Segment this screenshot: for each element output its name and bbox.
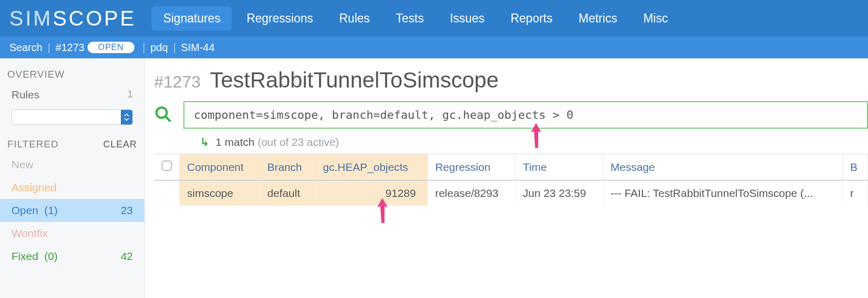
nav-menu: Signatures Regressions Rules Tests Issue… <box>152 6 679 31</box>
breadcrumb-bar: Search | #1273 OPEN | pdq | SIM-44 <box>0 36 868 58</box>
nav-reports[interactable]: Reports <box>499 6 564 31</box>
user-link[interactable]: pdq <box>151 42 168 54</box>
filter-new[interactable]: New <box>0 153 144 176</box>
separator: | <box>143 42 145 54</box>
top-nav: SIMSCOPE Signatures Regressions Rules Te… <box>0 0 868 36</box>
page-title-row: #1273 TestRabbitTunnelToSimscope <box>154 68 868 93</box>
nav-regressions[interactable]: Regressions <box>235 6 325 31</box>
status-badge[interactable]: OPEN <box>88 42 134 53</box>
cell-component: simscope <box>180 180 260 206</box>
open-count: 23 <box>121 204 133 217</box>
nav-issues[interactable]: Issues <box>438 6 495 31</box>
col-time[interactable]: Time <box>515 154 603 180</box>
sidebar: OVERVIEW Rules 1 FILTERED CLEAR New Assi… <box>0 58 145 298</box>
nav-metrics[interactable]: Metrics <box>567 6 629 31</box>
return-arrow-icon: ↳ <box>200 136 209 148</box>
query-row: component=simscope, branch=default, gc.h… <box>154 101 868 129</box>
col-heap[interactable]: gc.HEAP_objects <box>315 154 427 180</box>
clear-filters-button[interactable]: CLEAR <box>103 139 137 150</box>
filter-fixed[interactable]: Fixed (0) 42 <box>0 245 144 268</box>
separator: | <box>47 42 50 54</box>
query-input[interactable]: component=simscope, branch=default, gc.h… <box>183 101 868 129</box>
match-count: 1 match <box>216 136 255 148</box>
cell-heap: 91289 <box>315 180 427 206</box>
rules-count: 1 <box>127 89 133 101</box>
svg-point-0 <box>156 107 167 118</box>
logo-part1: SIM <box>9 7 53 30</box>
col-message[interactable]: Message <box>603 154 842 180</box>
rules-label: Rules <box>11 89 40 101</box>
table-row[interactable]: simscope default 91289 release/8293 Jun … <box>154 180 868 206</box>
cell-last: r <box>842 180 867 206</box>
sidebar-rules-row[interactable]: Rules 1 <box>0 83 144 106</box>
table-header-row: Component Branch gc.HEAP_objects Regress… <box>154 154 868 180</box>
search-icon <box>154 105 172 125</box>
chevron-updown-icon <box>121 110 132 125</box>
checkbox-icon[interactable] <box>162 160 172 171</box>
col-last[interactable]: B <box>842 154 867 180</box>
nav-signatures[interactable]: Signatures <box>152 6 232 31</box>
ref-link[interactable]: SIM-44 <box>181 42 214 54</box>
filter-wontfix[interactable]: Wontfix <box>0 222 144 245</box>
issue-title: TestRabbitTunnelToSimscope <box>210 68 499 93</box>
cell-branch: default <box>259 180 315 206</box>
nav-rules[interactable]: Rules <box>328 6 381 31</box>
results-table: Component Branch gc.HEAP_objects Regress… <box>154 154 868 206</box>
rules-select[interactable] <box>11 109 133 125</box>
col-component[interactable]: Component <box>180 154 260 180</box>
nav-misc[interactable]: Misc <box>632 6 679 31</box>
separator: | <box>173 42 176 54</box>
issue-id-link[interactable]: #1273 <box>56 42 85 54</box>
cell-regression: release/8293 <box>428 180 515 206</box>
select-all-header[interactable] <box>154 154 180 180</box>
svg-line-1 <box>165 116 170 121</box>
filter-open[interactable]: Open (1) 23 <box>0 199 144 222</box>
issue-id: #1273 <box>154 72 201 92</box>
main-content: #1273 TestRabbitTunnelToSimscope compone… <box>145 58 868 298</box>
cell-time: Jun 23 23:59 <box>515 180 603 206</box>
logo[interactable]: SIMSCOPE <box>9 7 136 30</box>
filter-assigned[interactable]: Assigned <box>0 176 144 199</box>
fixed-count: 42 <box>121 250 133 263</box>
nav-tests[interactable]: Tests <box>385 6 436 31</box>
cell-message: --- FAIL: TestRabbitTunnelToSimscope (..… <box>603 180 842 206</box>
match-suffix: (out of 23 active) <box>257 136 339 148</box>
filtered-heading: FILTERED CLEAR <box>0 132 144 153</box>
row-checkbox-cell[interactable] <box>154 180 180 206</box>
search-link[interactable]: Search <box>9 42 42 54</box>
match-summary: ↳ 1 match (out of 23 active) <box>200 136 868 148</box>
logo-part2: SCOPE <box>53 7 136 30</box>
overview-heading: OVERVIEW <box>0 66 144 83</box>
col-regression[interactable]: Regression <box>428 154 515 180</box>
results-table-wrap: Component Branch gc.HEAP_objects Regress… <box>154 154 868 206</box>
filtered-label: FILTERED <box>7 139 58 150</box>
col-branch[interactable]: Branch <box>259 154 315 180</box>
